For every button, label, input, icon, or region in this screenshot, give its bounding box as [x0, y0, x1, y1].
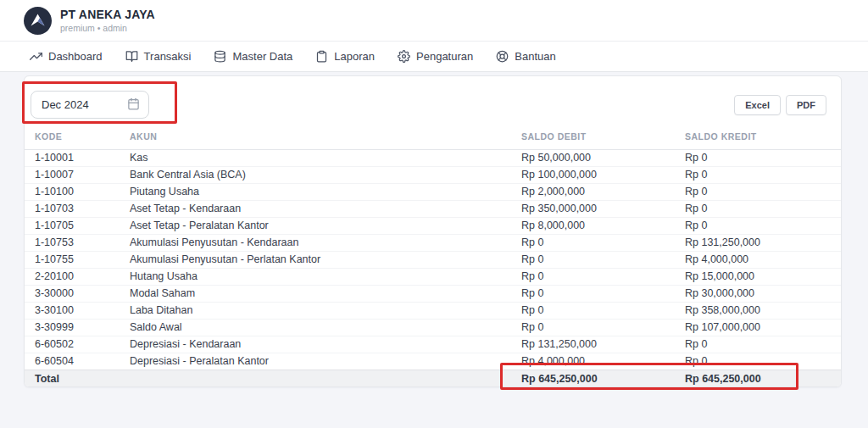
table-row: 3-30100Laba DitahanRp 0Rp 358,000,000: [25, 303, 841, 320]
debit-cell: Rp 0: [511, 252, 675, 269]
debit-cell: Rp 2,000,000: [511, 184, 675, 201]
debit-cell: Rp 0: [511, 303, 675, 320]
account-cell: Modal Saham: [120, 286, 511, 303]
period-value: Dec 2024: [42, 98, 89, 111]
account-cell: Kas: [120, 150, 511, 167]
column-header-akun: AKUN: [120, 130, 511, 150]
main-nav: Dashboard Transaksi Master Data Laporan …: [0, 41, 868, 72]
nav-label: Pengaturan: [416, 50, 473, 63]
credit-cell: Rp 358,000,000: [675, 303, 841, 320]
export-buttons: Excel PDF: [734, 95, 826, 115]
trial-balance-table: KODE AKUN SALDO DEBIT SALDO KREDIT 1-100…: [25, 130, 841, 387]
account-cell: Akumulasi Penyusutan - Kendaraan: [120, 235, 511, 252]
code-cell: 1-10703: [25, 201, 120, 218]
nav-label: Bantuan: [515, 50, 555, 63]
company-name: PT ANEKA JAYA: [60, 8, 155, 21]
credit-cell: Rp 0: [675, 353, 841, 370]
table-row: 6-60504Depresiasi - Peralatan KantorRp 4…: [25, 353, 841, 370]
company-logo-icon: [24, 7, 52, 35]
database-icon: [214, 50, 226, 63]
code-cell: 1-10007: [25, 167, 120, 184]
column-header-saldo-kredit: SALDO KREDIT: [675, 130, 841, 150]
book-open-icon: [125, 50, 138, 63]
table-row: 6-60502Depresiasi - KendaraanRp 131,250,…: [25, 336, 841, 353]
nav-label: Dashboard: [48, 50, 103, 63]
code-cell: 3-30100: [25, 303, 120, 320]
top-bar: PT ANEKA JAYA premium • admin: [0, 0, 868, 41]
account-cell: Hutang Usaha: [120, 269, 511, 286]
debit-cell: Rp 50,000,000: [511, 150, 675, 167]
total-debit: Rp 645,250,000: [511, 370, 675, 388]
table-row: 3-30999Saldo AwalRp 0Rp 107,000,000: [25, 320, 841, 336]
table-row: 1-10753Akumulasi Penyusutan - KendaraanR…: [25, 235, 841, 252]
account-cell: Aset Tetap - Peralatan Kantor: [120, 218, 511, 235]
table-header-row: KODE AKUN SALDO DEBIT SALDO KREDIT: [25, 130, 841, 150]
export-excel-button[interactable]: Excel: [734, 95, 781, 115]
debit-cell: Rp 0: [511, 235, 675, 252]
account-cell: Depresiasi - Peralatan Kantor: [120, 353, 511, 370]
credit-cell: Rp 107,000,000: [675, 320, 841, 336]
nav-item-laporan[interactable]: Laporan: [315, 50, 375, 63]
credit-cell: Rp 0: [675, 184, 841, 201]
account-cell: Akumulasi Penyusutan - Perlatan Kantor: [120, 252, 511, 269]
account-cell: Saldo Awal: [120, 320, 511, 336]
column-header-kode: KODE: [25, 130, 120, 150]
code-cell: 6-60502: [25, 336, 120, 353]
credit-cell: Rp 0: [675, 218, 841, 235]
nav-item-pengaturan[interactable]: Pengaturan: [398, 50, 473, 63]
credit-cell: Rp 0: [675, 167, 841, 184]
company-subtitle: premium • admin: [60, 23, 155, 33]
main-content: Dec 2024 Excel PDF KODE AKUN SALDO DEBIT…: [0, 75, 868, 387]
table-row: 2-20100Hutang UsahaRp 0Rp 15,000,000: [25, 269, 841, 286]
code-cell: 1-10100: [25, 184, 120, 201]
table-row: 1-10703Aset Tetap - KendaraanRp 350,000,…: [25, 201, 841, 218]
account-cell: Laba Ditahan: [120, 303, 511, 320]
trial-balance-card: Dec 2024 Excel PDF KODE AKUN SALDO DEBIT…: [24, 75, 842, 387]
credit-cell: Rp 0: [675, 150, 841, 167]
code-cell: 1-10705: [25, 218, 120, 235]
total-row: Total Rp 645,250,000 Rp 645,250,000: [25, 370, 841, 388]
code-cell: 1-10753: [25, 235, 120, 252]
table-row: 1-10007Bank Central Asia (BCA)Rp 100,000…: [25, 167, 841, 184]
credit-cell: Rp 0: [675, 201, 841, 218]
debit-cell: Rp 350,000,000: [511, 201, 675, 218]
gear-icon: [398, 50, 410, 63]
debit-cell: Rp 4,000,000: [511, 353, 675, 370]
table-body: 1-10001KasRp 50,000,000Rp 01-10007Bank C…: [25, 150, 841, 370]
table-row: 1-10001KasRp 50,000,000Rp 0: [25, 150, 841, 167]
debit-cell: Rp 8,000,000: [511, 218, 675, 235]
nav-label: Master Data: [232, 50, 292, 63]
code-cell: 6-60504: [25, 353, 120, 370]
debit-cell: Rp 0: [511, 269, 675, 286]
code-cell: 2-20100: [25, 269, 120, 286]
account-cell: Aset Tetap - Kendaraan: [120, 201, 511, 218]
life-buoy-icon: [496, 50, 509, 63]
debit-cell: Rp 0: [511, 320, 675, 336]
nav-label: Laporan: [334, 50, 375, 63]
nav-item-dashboard[interactable]: Dashboard: [30, 50, 103, 63]
table-row: 1-10100Piutang UsahaRp 2,000,000Rp 0: [25, 184, 841, 201]
total-spacer: [120, 370, 511, 388]
credit-cell: Rp 131,250,000: [675, 235, 841, 252]
total-kredit: Rp 645,250,000: [675, 370, 841, 388]
table-row: 1-10705Aset Tetap - Peralatan KantorRp 8…: [25, 218, 841, 235]
period-picker[interactable]: Dec 2024: [31, 91, 149, 119]
column-header-saldo-debit: SALDO DEBIT: [511, 130, 675, 150]
credit-cell: Rp 0: [675, 336, 841, 353]
account-cell: Piutang Usaha: [120, 184, 511, 201]
trending-up-icon: [30, 50, 42, 63]
clipboard-icon: [315, 50, 328, 63]
debit-cell: Rp 100,000,000: [511, 167, 675, 184]
debit-cell: Rp 0: [511, 286, 675, 303]
export-pdf-button[interactable]: PDF: [786, 95, 826, 115]
card-toolbar: Dec 2024 Excel PDF: [25, 76, 841, 130]
credit-cell: Rp 30,000,000: [675, 286, 841, 303]
nav-item-transaksi[interactable]: Transaksi: [125, 50, 192, 63]
table-row: 3-30000Modal SahamRp 0Rp 30,000,000: [25, 286, 841, 303]
code-cell: 1-10755: [25, 252, 120, 269]
nav-item-bantuan[interactable]: Bantuan: [496, 50, 555, 63]
account-cell: Depresiasi - Kendaraan: [120, 336, 511, 353]
credit-cell: Rp 15,000,000: [675, 269, 841, 286]
code-cell: 3-30999: [25, 320, 120, 336]
nav-item-master-data[interactable]: Master Data: [214, 50, 292, 63]
